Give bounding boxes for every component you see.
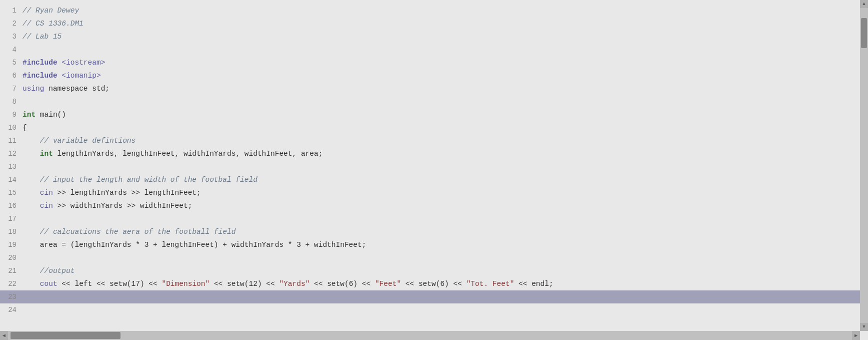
line-num-1: 1: [0, 4, 22, 17]
code-line-9: 9 int main(): [0, 108, 868, 121]
horizontal-scrollbar[interactable]: ◀ ▶: [0, 331, 860, 340]
code-area: 1 // Ryan Dewey 2 // CS 1336.DM1 3 // La…: [0, 0, 868, 320]
line-content-9: int main(): [22, 108, 868, 121]
line-num-6: 6: [0, 69, 22, 82]
line-num-12: 12: [0, 147, 22, 160]
code-line-10: 10 {: [0, 121, 868, 134]
code-line-14: 14 // input the length and width of the …: [0, 173, 868, 186]
code-line-13: 13: [0, 160, 868, 173]
code-line-8: 8: [0, 95, 868, 108]
line-content-19: area = (lengthInYards * 3 + lengthInFeet…: [22, 238, 868, 251]
line-num-20: 20: [0, 251, 22, 264]
line-num-14: 14: [0, 173, 22, 186]
line-content-10: {: [22, 121, 868, 134]
code-line-22: 22 cout << left << setw(17) << "Dimensio…: [0, 277, 868, 290]
code-line-12: 12 int lengthInYards, lengthInFeet, widt…: [0, 147, 868, 160]
code-line-2: 2 // CS 1336.DM1: [0, 17, 868, 30]
line-content-22: cout << left << setw(17) << "Dimension" …: [22, 277, 868, 290]
line-num-15: 15: [0, 186, 22, 199]
scroll-down-button[interactable]: ▼: [860, 323, 868, 331]
line-content-11: // variable defintions: [22, 134, 868, 147]
code-line-16: 16 cin >> widthInYards >> widthInFeet;: [0, 199, 868, 212]
line-content-15: cin >> lengthInYards >> lengthInFeet;: [22, 186, 868, 199]
code-line-7: 7 using namespace std;: [0, 82, 868, 95]
line-content-12: int lengthInYards, lengthInFeet, widthIn…: [22, 147, 868, 160]
code-line-18: 18 // calcuations the aera of the footba…: [0, 225, 868, 238]
line-content-1: // Ryan Dewey: [22, 4, 868, 17]
line-num-11: 11: [0, 134, 22, 147]
code-line-19: 19 area = (lengthInYards * 3 + lengthInF…: [0, 238, 868, 251]
code-line-15: 15 cin >> lengthInYards >> lengthInFeet;: [0, 186, 868, 199]
scroll-track[interactable]: [8, 331, 852, 340]
code-line-1: 1 // Ryan Dewey: [0, 4, 868, 17]
line-content-5: #include <iostream>: [22, 56, 868, 69]
code-line-17: 17: [0, 212, 868, 225]
code-line-3: 3 // Lab 15: [0, 30, 868, 43]
code-line-6: 6 #include <iomanip>: [0, 69, 868, 82]
line-content-14: // input the length and width of the foo…: [22, 173, 868, 186]
line-content-7: using namespace std;: [22, 82, 868, 95]
line-num-17: 17: [0, 212, 22, 225]
vscroll-thumb[interactable]: [861, 18, 867, 48]
line-num-21: 21: [0, 264, 22, 277]
editor-container: 1 // Ryan Dewey 2 // CS 1336.DM1 3 // La…: [0, 0, 868, 340]
code-line-24: 24: [0, 303, 868, 316]
code-line-5: 5 #include <iostream>: [0, 56, 868, 69]
line-num-24: 24: [0, 303, 22, 316]
line-content-21: //output: [22, 264, 868, 277]
scroll-thumb[interactable]: [10, 332, 120, 339]
line-content-23: [22, 290, 868, 303]
line-num-18: 18: [0, 225, 22, 238]
scroll-left-button[interactable]: ◀: [0, 331, 8, 340]
line-num-9: 9: [0, 108, 22, 121]
vertical-scrollbar[interactable]: ▲ ▼: [860, 0, 868, 331]
line-num-19: 19: [0, 238, 22, 251]
line-content-3: // Lab 15: [22, 30, 868, 43]
line-num-2: 2: [0, 17, 22, 30]
line-num-3: 3: [0, 30, 22, 43]
scroll-right-button[interactable]: ▶: [852, 331, 860, 340]
scroll-up-button[interactable]: ▲: [860, 0, 868, 8]
vscroll-track[interactable]: [860, 8, 868, 323]
line-num-13: 13: [0, 160, 22, 173]
line-num-4: 4: [0, 43, 22, 56]
line-num-22: 22: [0, 277, 22, 290]
line-content-2: // CS 1336.DM1: [22, 17, 868, 30]
code-line-20: 20: [0, 251, 868, 264]
line-num-10: 10: [0, 121, 22, 134]
line-num-16: 16: [0, 199, 22, 212]
line-num-5: 5: [0, 56, 22, 69]
line-content-18: // calcuations the aera of the football …: [22, 225, 868, 238]
code-line-4: 4: [0, 43, 868, 56]
code-line-21: 21 //output: [0, 264, 868, 277]
line-content-6: #include <iomanip>: [22, 69, 868, 82]
line-content-16: cin >> widthInYards >> widthInFeet;: [22, 199, 868, 212]
line-num-7: 7: [0, 82, 22, 95]
code-line-11: 11 // variable defintions: [0, 134, 868, 147]
line-num-23: 23: [0, 290, 22, 303]
code-line-23: 23: [0, 290, 868, 303]
line-num-8: 8: [0, 95, 22, 108]
